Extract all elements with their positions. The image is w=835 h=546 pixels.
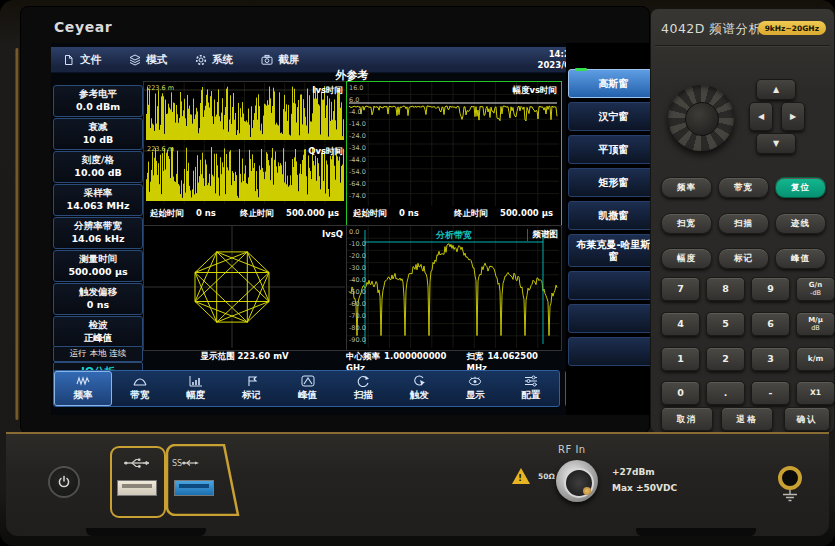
hw-frequency-key[interactable]: 频率 xyxy=(661,177,712,198)
i-chart-label: Ivs时间 xyxy=(312,85,343,97)
toolbar-sweep[interactable]: 扫描 xyxy=(335,371,391,406)
menu-screenshot-label: 截屏 xyxy=(278,53,299,67)
softkey-empty-1[interactable] xyxy=(568,271,659,300)
softkey-flattop-window[interactable]: 平顶窗 xyxy=(568,135,659,164)
key-unit-khz[interactable]: k/m xyxy=(796,347,835,371)
arrow-left-key[interactable]: ◀ xyxy=(749,102,773,131)
softkey-rect-window[interactable]: 矩形窗 xyxy=(568,168,659,197)
y-tick: -30.0 xyxy=(349,265,366,272)
spectrogram-view-label[interactable]: 频谱图 xyxy=(527,229,559,241)
hw-bandwidth-key[interactable]: 带宽 xyxy=(718,177,769,198)
toolbar-display[interactable]: 显示 xyxy=(447,371,503,406)
power-button[interactable] xyxy=(48,466,80,498)
toolbar-marker[interactable]: 标记 xyxy=(224,371,280,406)
toolbar-label: 标记 xyxy=(242,389,261,402)
backspace-key[interactable]: 退格 xyxy=(721,407,773,431)
confirm-key[interactable]: 确认 xyxy=(784,407,830,431)
svg-text:SS: SS xyxy=(172,459,182,468)
toolbar-bandwidth[interactable]: 带宽 xyxy=(112,371,168,406)
arrow-right-key[interactable]: ▶ xyxy=(781,102,805,131)
marker-flag-icon xyxy=(245,375,259,387)
hw-sweep-key[interactable]: 扫描 xyxy=(718,213,769,234)
key-decimal[interactable]: . xyxy=(706,381,745,405)
display-range-readout: 显示范围 223.60 mV xyxy=(143,351,346,363)
bottom-toolbar: 频率 带宽 幅度 标记 峰值 xyxy=(53,370,560,407)
toolbar-config[interactable]: 配置 xyxy=(503,371,559,406)
hw-trace-key[interactable]: 迹线 xyxy=(775,213,826,234)
softkey-kaiser-window[interactable]: 凯撒窗 xyxy=(568,201,659,230)
usb2-port[interactable] xyxy=(117,480,157,496)
rotary-knob-center[interactable] xyxy=(685,102,719,136)
param-attenuation[interactable]: 衰减10 dB xyxy=(53,118,143,150)
key-4[interactable]: 4 xyxy=(661,312,700,336)
hw-peak-key[interactable]: 峰值 xyxy=(775,248,826,269)
toolbar-label: 显示 xyxy=(466,389,485,402)
softkey-gaussian-window[interactable]: 高斯窗 xyxy=(568,69,659,98)
toolbar-peak[interactable]: 峰值 xyxy=(280,371,336,406)
warning-exclaim: ! xyxy=(518,473,522,483)
eye-icon xyxy=(468,375,482,387)
param-scale-div[interactable]: 刻度/格10.00 dB xyxy=(53,151,143,183)
arrow-up-key[interactable]: ▲ xyxy=(756,79,796,100)
param-detector[interactable]: 检波正峰值 xyxy=(53,316,143,348)
hw-marker-key[interactable]: 标记 xyxy=(718,248,769,269)
y-tick: 6.0 xyxy=(349,97,359,104)
key-unit-mhz[interactable]: M/μdB xyxy=(796,312,835,336)
file-icon xyxy=(63,54,75,66)
key-5[interactable]: 5 xyxy=(706,312,745,336)
key-2[interactable]: 2 xyxy=(706,347,745,371)
param-sample-rate[interactable]: 采样率14.063 MHz xyxy=(53,184,143,216)
rf-ratings: +27dBm Max ±50VDC xyxy=(612,464,677,496)
param-value: 14.06 kHz xyxy=(71,233,124,246)
param-trigger-offset[interactable]: 触发偏移0 ns xyxy=(53,283,143,315)
softkey-empty-3[interactable] xyxy=(568,337,659,366)
y-tick: -44.0 xyxy=(349,157,366,164)
param-meas-time[interactable]: 测量时间500.000 μs xyxy=(53,250,143,282)
toolbar-trigger[interactable]: 触发 xyxy=(391,371,447,406)
param-label: 测量时间 xyxy=(79,253,117,266)
param-label: 触发偏移 xyxy=(79,286,117,299)
key-6[interactable]: 6 xyxy=(751,312,790,336)
toolbar-frequency[interactable]: 频率 xyxy=(54,371,112,406)
usb3-port[interactable] xyxy=(174,480,214,496)
cancel-key[interactable]: 取消 xyxy=(661,407,713,431)
key-1[interactable]: 1 xyxy=(661,347,700,371)
key-x1[interactable]: X1 xyxy=(796,381,835,405)
hw-span-key[interactable]: 扫宽 xyxy=(661,213,712,234)
key-minus[interactable]: - xyxy=(751,381,790,405)
screen: 文件 模式 系统 截屏 14:26:58 2023/06/16 xyxy=(51,43,661,415)
arrow-down-key[interactable]: ▼ xyxy=(756,133,796,154)
y-tick: -74.0 xyxy=(349,193,366,200)
softkey-empty-2[interactable] xyxy=(568,304,659,333)
param-value: 10.00 dB xyxy=(74,167,121,180)
rotary-knob[interactable] xyxy=(668,85,734,151)
key-unit-ghz[interactable]: G/n-dB xyxy=(796,277,835,301)
trigger-icon xyxy=(412,375,426,387)
softkey-blackman-harris-window[interactable]: 布莱克曼-哈里斯窗 xyxy=(568,234,659,267)
key-8[interactable]: 8 xyxy=(706,277,745,301)
y-tick: -60.0 xyxy=(349,301,366,308)
toolbar-label: 扫描 xyxy=(354,389,373,402)
key-3[interactable]: 3 xyxy=(751,347,790,371)
param-rbw[interactable]: 分辨率带宽14.06 kHz xyxy=(53,217,143,249)
softkey-hanning-window[interactable]: 汉宁窗 xyxy=(568,102,659,131)
screen-bezel: Ceyear 文件 模式 系统 截屏 xyxy=(20,6,650,434)
key-0[interactable]: 0 xyxy=(661,381,700,405)
hw-reset-key[interactable]: 复位 xyxy=(775,177,826,198)
menu-file[interactable]: 文件 xyxy=(63,53,101,67)
menu-file-label: 文件 xyxy=(80,53,101,67)
amp-time-panel-selected[interactable]: 16.06.0-4.0-14.0-24.0-34.0-44.0-54.0-64.… xyxy=(346,81,562,226)
sliders-icon xyxy=(524,375,538,387)
foot-left xyxy=(86,528,206,536)
toolbar-amplitude[interactable]: 幅度 xyxy=(168,371,224,406)
key-9[interactable]: 9 xyxy=(751,277,790,301)
menu-mode[interactable]: 模式 xyxy=(129,53,167,67)
menu-screenshot[interactable]: 截屏 xyxy=(261,53,299,67)
amp-chart-label: 幅度vs时间 xyxy=(512,85,557,97)
hw-amplitude-key[interactable]: 幅度 xyxy=(661,248,712,269)
key-7[interactable]: 7 xyxy=(661,277,700,301)
camera-icon xyxy=(261,54,273,66)
param-value: 正峰值 xyxy=(84,332,113,345)
menu-system[interactable]: 系统 xyxy=(195,53,233,67)
param-ref-level[interactable]: 参考电平0.0 dBm xyxy=(53,85,143,117)
